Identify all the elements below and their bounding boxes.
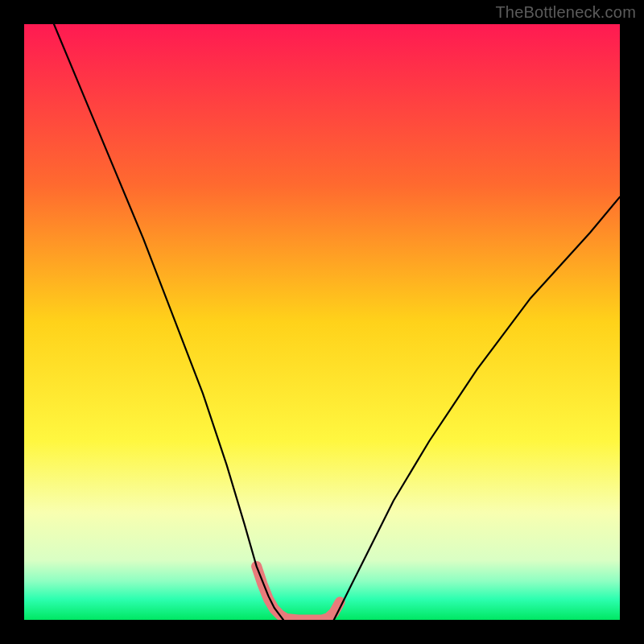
right-curve	[334, 197, 620, 620]
chart-frame: TheBottleneck.com	[0, 0, 644, 644]
curves-layer	[24, 24, 620, 620]
attribution-text: TheBottleneck.com	[495, 3, 636, 22]
left-curve	[54, 24, 283, 620]
valley-marker	[257, 566, 341, 620]
plot-area	[24, 24, 620, 620]
